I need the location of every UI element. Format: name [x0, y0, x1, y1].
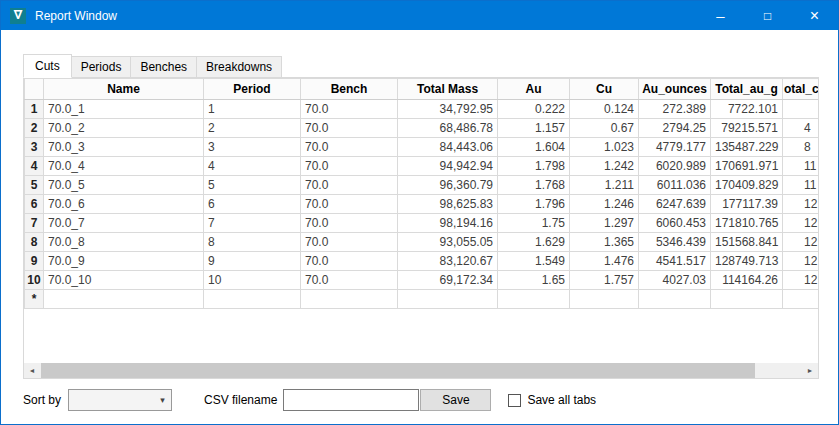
horizontal-scrollbar[interactable]: ◄ ►: [24, 363, 818, 378]
row-header[interactable]: 5: [25, 176, 44, 195]
cell[interactable]: 70.0_5: [44, 176, 204, 195]
cell[interactable]: 4541.517: [639, 252, 711, 271]
app-icon-button[interactable]: ∇: [1, 1, 35, 30]
cell[interactable]: 1.65: [498, 271, 570, 290]
cell[interactable]: [639, 290, 711, 309]
tab-benches[interactable]: Benches: [130, 56, 197, 77]
close-button[interactable]: ×: [791, 1, 838, 30]
cell[interactable]: 5346.439: [639, 233, 711, 252]
cell[interactable]: 6060.453: [639, 214, 711, 233]
scroll-right-button[interactable]: ►: [802, 363, 818, 378]
row-header[interactable]: 3: [25, 138, 44, 157]
cell[interactable]: 6011.036: [639, 176, 711, 195]
cell[interactable]: 1.549: [498, 252, 570, 271]
cell[interactable]: 1.476: [570, 252, 639, 271]
cell[interactable]: [711, 290, 783, 309]
cell[interactable]: 70.0_1: [44, 100, 204, 119]
cell[interactable]: 70.0_3: [44, 138, 204, 157]
cell[interactable]: 83,120.67: [398, 252, 498, 271]
cell[interactable]: 151568.841: [711, 233, 783, 252]
cell[interactable]: [398, 290, 498, 309]
cell[interactable]: 8: [783, 138, 819, 157]
column-header-bench[interactable]: Bench: [301, 79, 398, 100]
cell[interactable]: [783, 290, 819, 309]
column-header-total-cu-clipped[interactable]: otal_c: [783, 79, 819, 100]
row-header[interactable]: *: [25, 290, 44, 309]
cell[interactable]: 7: [204, 214, 301, 233]
row-header[interactable]: 4: [25, 157, 44, 176]
cell[interactable]: 2794.25: [639, 119, 711, 138]
cell[interactable]: 7722.101: [711, 100, 783, 119]
cell[interactable]: [783, 100, 819, 119]
cell[interactable]: 1: [204, 100, 301, 119]
row-header[interactable]: 1: [25, 100, 44, 119]
cell[interactable]: 12: [783, 214, 819, 233]
maximize-button[interactable]: □: [744, 1, 791, 30]
cell[interactable]: 1.242: [570, 157, 639, 176]
cell[interactable]: 1.023: [570, 138, 639, 157]
cell[interactable]: 70.0: [301, 214, 398, 233]
cell[interactable]: 272.389: [639, 100, 711, 119]
cell[interactable]: 70.0_8: [44, 233, 204, 252]
cell[interactable]: 79215.571: [711, 119, 783, 138]
tab-breakdowns[interactable]: Breakdowns: [196, 56, 282, 77]
cell[interactable]: 94,942.94: [398, 157, 498, 176]
row-header[interactable]: 2: [25, 119, 44, 138]
column-header-au-ounces[interactable]: Au_ounces: [639, 79, 711, 100]
row-header[interactable]: 8: [25, 233, 44, 252]
cell[interactable]: 98,625.83: [398, 195, 498, 214]
tab-cuts[interactable]: Cuts: [23, 54, 72, 78]
cell[interactable]: 98,194.16: [398, 214, 498, 233]
cell[interactable]: 70.0: [301, 233, 398, 252]
cell[interactable]: 1.757: [570, 271, 639, 290]
cell[interactable]: 128749.713: [711, 252, 783, 271]
column-header-period[interactable]: Period: [204, 79, 301, 100]
column-header-cu[interactable]: Cu: [570, 79, 639, 100]
cell[interactable]: 1.246: [570, 195, 639, 214]
cell[interactable]: 12: [783, 271, 819, 290]
cell[interactable]: 12: [783, 252, 819, 271]
save-all-tabs-checkbox[interactable]: [508, 394, 521, 407]
cell[interactable]: [301, 290, 398, 309]
cell[interactable]: 1.75: [498, 214, 570, 233]
scroll-left-button[interactable]: ◄: [24, 363, 40, 378]
cell[interactable]: 9: [204, 252, 301, 271]
cell[interactable]: 70.0_7: [44, 214, 204, 233]
cell[interactable]: 70.0_9: [44, 252, 204, 271]
scrollbar-track[interactable]: [40, 363, 802, 378]
cell[interactable]: 4: [204, 157, 301, 176]
cell[interactable]: [204, 290, 301, 309]
cell[interactable]: 4027.03: [639, 271, 711, 290]
cell[interactable]: 1.768: [498, 176, 570, 195]
cell[interactable]: 0.124: [570, 100, 639, 119]
cell[interactable]: 70.0: [301, 119, 398, 138]
cell[interactable]: 4779.177: [639, 138, 711, 157]
minimize-button[interactable]: –: [697, 1, 744, 30]
cell[interactable]: 8: [204, 233, 301, 252]
tab-periods[interactable]: Periods: [71, 56, 132, 77]
cell[interactable]: 1.604: [498, 138, 570, 157]
cell[interactable]: 10: [204, 271, 301, 290]
cell[interactable]: 3: [204, 138, 301, 157]
cell[interactable]: 12: [783, 195, 819, 214]
save-button[interactable]: Save: [420, 389, 491, 411]
cell[interactable]: 70.0: [301, 176, 398, 195]
cell[interactable]: 6247.639: [639, 195, 711, 214]
column-header-total-au-g[interactable]: Total_au_g: [711, 79, 783, 100]
column-header-total-mass[interactable]: Total Mass: [398, 79, 498, 100]
cell[interactable]: 6: [204, 195, 301, 214]
scrollbar-thumb[interactable]: [41, 363, 755, 378]
cell[interactable]: [570, 290, 639, 309]
corner-cell[interactable]: [25, 79, 44, 100]
cell[interactable]: 2: [204, 119, 301, 138]
cell[interactable]: 11: [783, 157, 819, 176]
column-header-name[interactable]: Name: [44, 79, 204, 100]
cell[interactable]: 171810.765: [711, 214, 783, 233]
cell[interactable]: 70.0: [301, 271, 398, 290]
row-header[interactable]: 7: [25, 214, 44, 233]
cell[interactable]: 1.629: [498, 233, 570, 252]
cell[interactable]: 1.211: [570, 176, 639, 195]
cell[interactable]: 70.0_10: [44, 271, 204, 290]
cell[interactable]: 114164.26: [711, 271, 783, 290]
cell[interactable]: 1.297: [570, 214, 639, 233]
